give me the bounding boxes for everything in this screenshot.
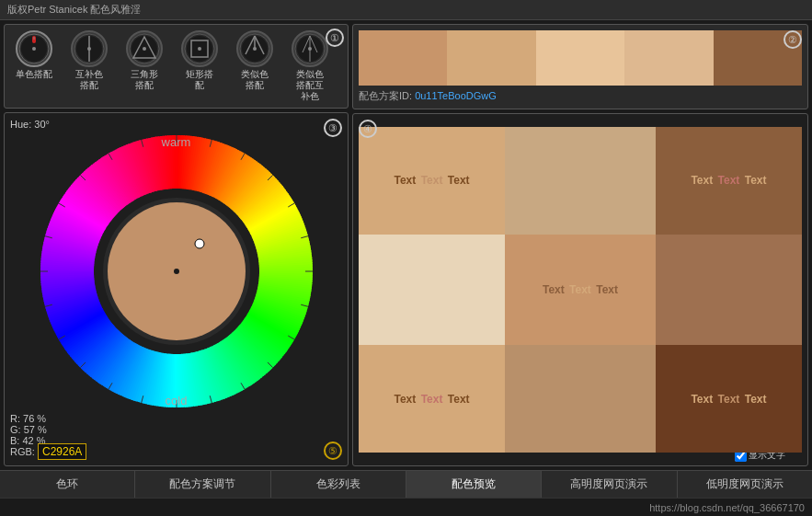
mode-items: 单色搭配 互补色搭配 <box>8 30 344 102</box>
mode-label-2: 三角形搭配 <box>131 69 158 91</box>
mode-item-2[interactable]: 三角形搭配 <box>119 30 170 102</box>
tab-low-brightness[interactable]: 低明度网页演示 <box>678 471 812 498</box>
preview-cell-1-2[interactable] <box>656 235 802 345</box>
tab-color-list[interactable]: 色彩列表 <box>271 471 406 498</box>
rgb-value-box: C2926A <box>38 443 86 460</box>
circle-number-1: ① <box>326 29 344 47</box>
preview-cell-1-0[interactable] <box>359 235 505 345</box>
warm-label: warm <box>162 135 191 149</box>
tab-color-ring[interactable]: 色环 <box>0 471 135 498</box>
tab-high-brightness[interactable]: 高明度网页演示 <box>542 471 677 498</box>
rgb-display: R: 76 % G: 57 % B: 42 % <box>10 413 342 446</box>
palette-color-2[interactable] <box>536 30 624 86</box>
mode-icon-5 <box>292 30 328 67</box>
palette-id-link[interactable]: 0u11TeBooDGwG <box>415 90 497 101</box>
preview-cell-2-0[interactable]: Text Text Text <box>359 345 505 453</box>
svg-point-12 <box>143 47 146 51</box>
right-panel: 配色方案ID: 0u11TeBooDGwG ② ④ 显示文字 Text Text… <box>352 24 808 466</box>
preview-cell-2-2[interactable]: Text Text Text <box>656 345 802 453</box>
preview-text-2-0: Text Text Text <box>393 393 470 406</box>
circle-number-3: ③ <box>324 119 342 137</box>
mode-item-1[interactable]: 互补色搭配 <box>63 30 115 102</box>
preview-cell-0-0[interactable]: Text Text Text <box>359 127 505 235</box>
palette-strip-panel: 配色方案ID: 0u11TeBooDGwG ② <box>352 24 808 109</box>
mode-icon-2 <box>126 30 163 67</box>
preview-grid: Text Text Text Text Text Text <box>359 127 802 453</box>
mode-label-1: 互补色搭配 <box>75 69 103 91</box>
svg-point-22 <box>253 47 257 51</box>
preview-cell-0-1[interactable] <box>505 127 656 235</box>
left-panel: 单色搭配 互补色搭配 <box>4 24 349 466</box>
svg-point-16 <box>198 47 201 51</box>
svg-point-4 <box>32 47 36 51</box>
palette-color-3[interactable] <box>624 30 713 86</box>
svg-point-8 <box>87 47 91 51</box>
preview-cell-0-2[interactable]: Text Text Text <box>656 127 802 235</box>
mode-icon-0 <box>16 30 52 67</box>
mode-label-5: 类似色搭配互补色 <box>296 69 324 102</box>
g-value: G: 57 % <box>10 424 342 435</box>
mode-label-0: 单色搭配 <box>16 69 52 80</box>
status-url: https://blog.csdn.net/qq_36667170 <box>649 502 805 513</box>
color-modes-panel: 单色搭配 互补色搭配 <box>4 24 349 109</box>
rgb-text-label: RGB: <box>10 446 35 457</box>
title-text: 版权Petr Stanicek 配色风雅淫 <box>7 3 141 17</box>
preview-cell-2-1[interactable] <box>505 345 656 453</box>
color-wheel[interactable] <box>39 133 315 409</box>
mode-item-4[interactable]: 类似色搭配 <box>229 30 280 102</box>
palette-color-0[interactable] <box>359 30 447 86</box>
mode-icon-1 <box>71 30 108 67</box>
status-bar: https://blog.csdn.net/qq_36667170 <box>0 498 812 516</box>
circle-number-5: ⑤ <box>324 441 342 460</box>
r-value: R: 76 % <box>10 413 342 424</box>
circle-number-2: ② <box>783 30 802 49</box>
palette-id-label: 配色方案ID: <box>359 90 412 101</box>
preview-text-0-2: Text Text Text <box>690 174 767 187</box>
tab-palette-adjust[interactable]: 配色方案调节 <box>135 471 270 498</box>
palette-color-1[interactable] <box>447 30 535 86</box>
bottom-tabs: 色环 配色方案调节 色彩列表 配色预览 高明度网页演示 低明度网页演示 <box>0 470 812 498</box>
palette-id: 配色方案ID: 0u11TeBooDGwG <box>359 89 802 103</box>
mode-label-3: 矩形搭配 <box>186 69 213 91</box>
preview-cell-1-1[interactable]: Text Text Text <box>505 235 656 345</box>
circle-number-4: ④ <box>359 120 377 138</box>
rgb-box-container: RGB: C2926A <box>10 443 86 460</box>
palette-strip <box>359 30 802 86</box>
wheel-container[interactable]: warm <box>39 133 315 409</box>
mode-item-0[interactable]: 单色搭配 <box>8 30 60 102</box>
cold-label: cold <box>166 394 188 407</box>
mode-item-3[interactable]: 矩形搭配 <box>174 30 225 102</box>
title-bar: 版权Petr Stanicek 配色风雅淫 <box>0 0 812 20</box>
preview-text-0-0: Text Text Text <box>393 174 470 187</box>
color-wheel-panel: Hue: 30° ③ warm <box>4 112 349 466</box>
preview-panel: ④ 显示文字 Text Text Text Text <box>352 113 808 466</box>
mode-icon-3 <box>181 30 218 67</box>
tab-color-preview[interactable]: 配色预览 <box>406 471 542 498</box>
main-layout: 单色搭配 互补色搭配 <box>0 20 812 470</box>
mode-label-4: 类似色搭配 <box>241 69 269 91</box>
preview-text-2-2: Text Text Text <box>690 393 767 406</box>
mode-icon-4 <box>236 30 273 67</box>
svg-point-28 <box>308 47 312 51</box>
svg-point-56 <box>195 239 204 248</box>
hue-label: Hue: 30° <box>10 119 342 130</box>
svg-point-55 <box>174 269 179 274</box>
preview-text-1-1: Text Text Text <box>542 283 619 296</box>
